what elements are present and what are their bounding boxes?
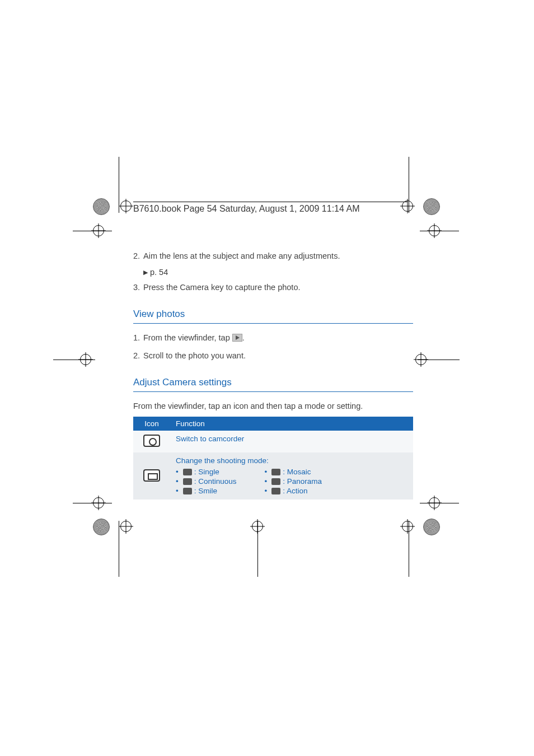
crop-globe-icon [93,198,110,215]
mode-label: : Panorama [283,477,322,486]
crop-line [73,231,112,231]
list-item: : Mosaic [265,467,322,477]
section-adjust-title: Adjust Camera settings [133,377,413,388]
table-row: Switch to camcorder [133,431,413,452]
list-item: : Smile [176,486,237,496]
crop-globe-icon [423,519,440,535]
shooting-mode-icon [143,469,160,482]
list-item: : Panorama [265,477,322,486]
step-3-text: Press the Camera key to capture the phot… [143,283,300,292]
section-divider [133,391,413,392]
view-step-1-pre: From the viewfinder, tap [143,333,232,342]
section-divider [133,323,413,324]
registration-mark-icon [402,521,413,532]
view-step-2: 2.Scroll to the photo you want. [133,349,413,362]
crop-globe-icon [93,519,110,535]
step-2-text: Aim the lens at the subject and make any… [143,251,340,260]
smile-mode-icon [183,488,192,494]
view-step-1: 1.From the viewfinder, tap . [133,332,413,344]
crop-line [73,503,112,503]
mode-label: : Smile [194,487,217,495]
mode-label: : Mosaic [283,468,311,476]
camcorder-icon [143,435,160,447]
xref-text: p. 54 [150,268,168,277]
crop-line [53,360,95,360]
step-2-xref: ▶ p. 54 [133,268,413,277]
view-step-2-text: Scroll to the photo you want. [143,351,246,360]
crop-line [420,231,459,231]
page-content: B7610.book Page 54 Saturday, August 1, 2… [133,200,413,500]
table-row: Change the shooting mode: : Single : Con… [133,452,413,500]
mode-label: : Action [283,487,307,495]
modes-left: : Single : Continuous : Smile [176,467,237,496]
row2-intro: Change the shooting mode: [176,456,407,465]
step-2: 2.Aim the lens at the subject and make a… [133,250,413,262]
play-icon [232,334,242,342]
settings-table: Icon Function Switch to camcorder Change… [133,417,413,500]
crop-line [119,157,119,213]
continuous-mode-icon [183,478,192,485]
action-mode-icon [271,488,280,494]
mosaic-mode-icon [271,469,280,475]
crop-line [409,521,409,577]
adjust-intro: From the viewfinder, tap an icon and the… [133,400,413,412]
mode-label: : Single [194,468,219,476]
section-view-photos-title: View photos [133,309,413,320]
crop-line [119,521,119,577]
single-mode-icon [183,469,192,475]
table-header-row: Icon Function [133,417,413,431]
crop-line [418,360,460,360]
crop-globe-icon [423,198,440,215]
view-step-1-post: . [242,333,245,342]
registration-mark-icon [120,200,132,212]
modes-right: : Mosaic : Panorama : Action [265,467,322,496]
list-item: : Action [265,486,322,496]
panorama-mode-icon [271,478,280,485]
step-3: 3.Press the Camera key to capture the ph… [133,281,413,293]
crop-line [420,503,459,503]
book-header: B7610.book Page 54 Saturday, August 1, 2… [133,200,413,214]
mode-label: : Continuous [194,477,237,486]
list-item: : Single [176,467,237,477]
col-function: Function [170,417,413,431]
list-item: : Continuous [176,477,237,486]
triangle-icon: ▶ [143,269,148,276]
registration-mark-icon [120,521,132,532]
crop-line [257,521,258,577]
row1-text: Switch to camcorder [170,431,413,452]
col-icon: Icon [133,417,170,431]
